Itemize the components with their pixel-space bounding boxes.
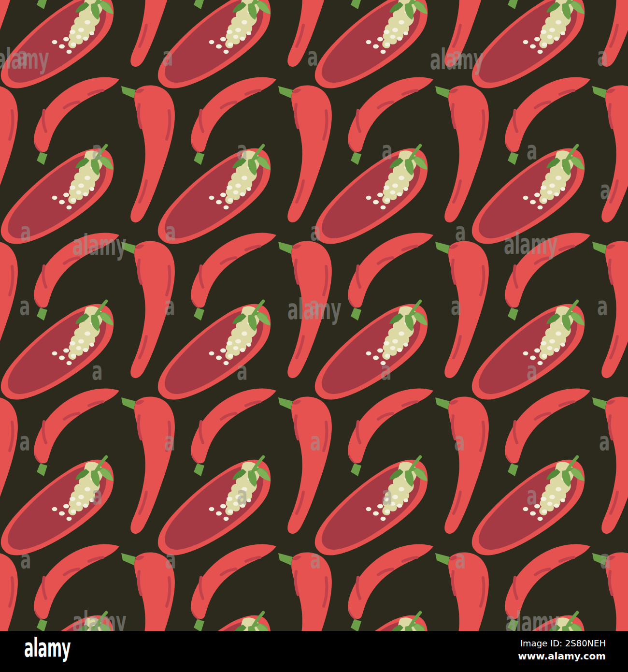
pepper-tiles — [0, 0, 628, 631]
alamy-footer-bar: alamy Image ID: 2S80NEH www.alamy.com — [0, 631, 628, 672]
website-label: www.alamy.com — [518, 649, 606, 663]
footer-meta: Image ID: 2S80NEH www.alamy.com — [518, 638, 606, 663]
pattern-area — [0, 0, 628, 631]
image-id-label: Image ID: 2S80NEH — [518, 638, 606, 649]
alamy-logo: alamy — [24, 635, 71, 660]
stock-image-page: alamyalamyalamyalamyalamyalamyalamyaaaaa… — [0, 0, 628, 672]
chili-pepper-pattern-image — [0, 0, 628, 631]
